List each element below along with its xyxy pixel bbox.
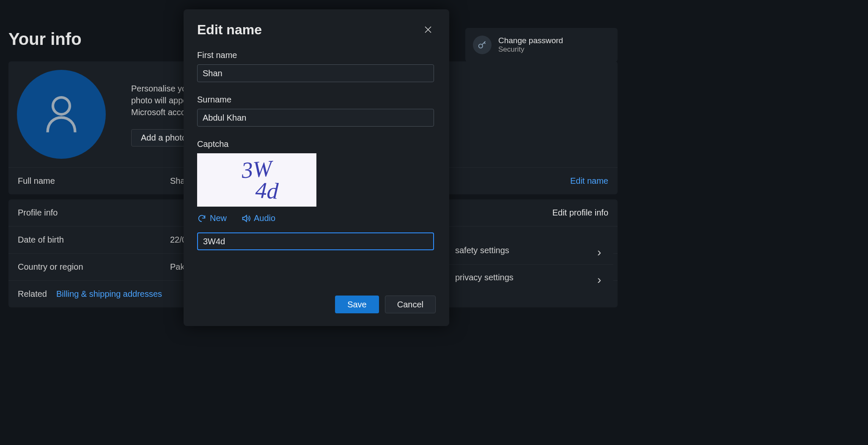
captcha-audio-button[interactable]: Audio xyxy=(241,213,275,223)
captcha-new-button[interactable]: New xyxy=(197,213,227,223)
close-button[interactable] xyxy=(420,22,436,37)
speaker-icon xyxy=(241,214,250,223)
close-icon xyxy=(424,25,432,34)
surname-input[interactable] xyxy=(197,109,434,127)
surname-label: Surname xyxy=(197,95,436,105)
captcha-new-label: New xyxy=(210,213,227,223)
captcha-image: 3W 4d xyxy=(197,153,316,207)
cancel-button[interactable]: Cancel xyxy=(385,296,436,313)
modal-title: Edit name xyxy=(197,22,262,38)
captcha-label: Captcha xyxy=(197,139,436,149)
first-name-input[interactable] xyxy=(197,64,434,82)
first-name-label: First name xyxy=(197,50,436,60)
captcha-input[interactable] xyxy=(197,232,434,250)
save-button[interactable]: Save xyxy=(335,296,379,313)
edit-name-modal: Edit name First name Surname Captcha 3W … xyxy=(184,9,449,326)
modal-overlay: Edit name First name Surname Captcha 3W … xyxy=(0,0,868,445)
captcha-audio-label: Audio xyxy=(254,213,275,223)
captcha-text-bottom: 4d xyxy=(251,180,283,202)
refresh-icon xyxy=(197,214,206,223)
